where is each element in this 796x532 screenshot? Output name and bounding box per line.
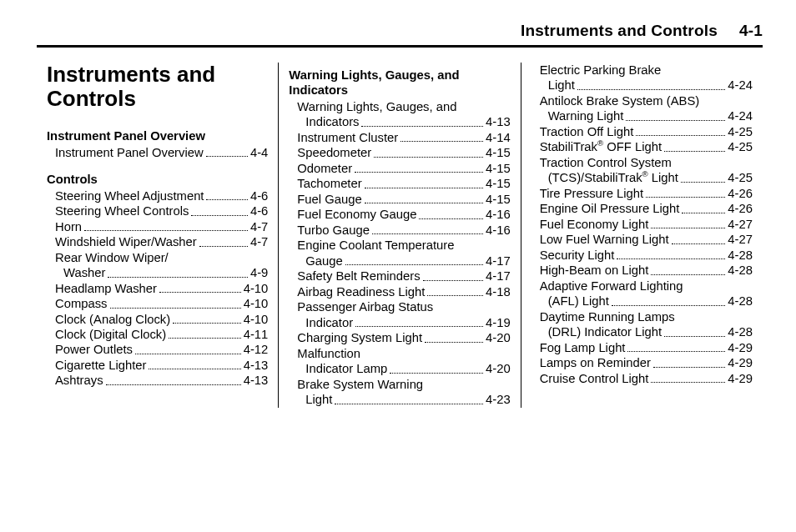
- toc-leader-dots: [135, 344, 241, 354]
- toc-leader-dots: [335, 394, 483, 404]
- header-chapter-title: Instruments and Controls: [521, 22, 718, 40]
- toc-entry-page: 4-28: [728, 294, 753, 309]
- toc-entry: (DRL) Indicator Light4-28: [532, 324, 753, 339]
- toc-entry-label: Cigarette Lighter: [47, 358, 146, 373]
- toc-leader-dots: [173, 313, 241, 324]
- toc-entry: Engine Oil Pressure Light4-26: [532, 201, 753, 216]
- toc-entry-label: Fuel Economy Light: [532, 217, 649, 232]
- toc-leader-dots: [577, 79, 726, 90]
- toc-leader-dots: [206, 189, 247, 200]
- toc-entry-page: 4-23: [486, 392, 511, 407]
- toc-entry-label: Fog Lamp Light: [532, 340, 626, 355]
- toc-entry-label: Malfunction: [289, 346, 510, 361]
- toc-entry-label: Electric Parking Brake: [532, 63, 753, 78]
- toc-entry-page: 4-20: [486, 330, 511, 345]
- toc-entry-page: 4-15: [486, 192, 511, 207]
- toc-entry-label: Passenger Airbag Status: [289, 299, 510, 314]
- toc-entry: Safety Belt Reminders4-17: [289, 269, 510, 284]
- toc-entry-page: 4-25: [728, 170, 753, 185]
- toc-leader-dots: [374, 147, 483, 158]
- toc-entry: Turbo Gauge4-16: [289, 223, 510, 238]
- toc-entry-label: Turbo Gauge: [289, 223, 370, 238]
- toc-entry-page: 4-13: [244, 373, 269, 388]
- toc-entry-page: 4-27: [728, 217, 753, 232]
- toc-entry: Indicator Lamp4-20: [289, 361, 510, 376]
- toc-entry-label: Washer: [47, 265, 105, 280]
- toc-entry-page: 4-27: [728, 232, 753, 247]
- toc-leader-dots: [672, 233, 726, 244]
- toc-entry-label: Antilock Brake System (ABS): [532, 93, 753, 108]
- toc-entry-page: 4-15: [486, 176, 511, 191]
- toc-entry-page: 4-6: [250, 188, 268, 203]
- toc-entry-label: Steering Wheel Adjustment: [47, 188, 204, 203]
- toc-entry-page: 4-24: [728, 108, 753, 123]
- toc-entry-label: Fuel Economy Gauge: [289, 207, 416, 222]
- toc-entry-label: Clock (Analog Clock): [47, 312, 170, 327]
- toc-entry-label: Clock (Digital Clock): [47, 327, 166, 342]
- toc-entry: Clock (Digital Clock)4-11: [47, 327, 268, 342]
- toc-section-head: Controls: [47, 172, 268, 187]
- toc-entry-page: 4-24: [728, 78, 753, 93]
- chapter-title: Instruments and Controls: [47, 63, 268, 110]
- toc-entry-page: 4-13: [486, 114, 511, 129]
- toc-column-3: Electric Parking BrakeLight4-24Antilock …: [521, 63, 763, 408]
- toc-entry: Light4-24: [532, 78, 753, 93]
- toc-entry: Steering Wheel Controls4-6: [47, 203, 268, 218]
- toc-leader-dots: [651, 218, 725, 229]
- toc-entry-label: Gauge: [289, 253, 342, 269]
- toc-entry-page: 4-7: [250, 234, 268, 249]
- toc-entry-page: 4-19: [486, 315, 511, 330]
- toc-entry: Steering Wheel Adjustment4-6: [47, 188, 268, 203]
- toc-entry-label: Light: [289, 392, 332, 407]
- toc-column-1: Instruments and Controls Instrument Pane…: [37, 63, 278, 408]
- toc-entry: Instrument Cluster4-14: [289, 130, 510, 145]
- toc-entry-label: Engine Oil Pressure Light: [532, 201, 680, 216]
- toc-entry: Indicators4-13: [289, 114, 510, 129]
- toc-entry-label: Safety Belt Reminders: [289, 269, 420, 284]
- toc-entry: Fuel Gauge4-15: [289, 192, 510, 207]
- toc-entry-label: Traction Control System: [532, 155, 753, 170]
- toc-section-head: Instrument Panel Overview: [47, 128, 268, 143]
- toc-entry-label: Instrument Panel Overview: [47, 145, 204, 160]
- toc-leader-dots: [401, 132, 483, 143]
- toc-leader-dots: [423, 270, 483, 281]
- toc-entry-page: 4-28: [728, 324, 753, 339]
- toc-leader-dots: [355, 163, 483, 173]
- toc-leader-dots: [106, 374, 241, 385]
- toc-entry: Warning Light4-24: [532, 108, 753, 123]
- toc-entry-label: Cruise Control Light: [532, 371, 649, 386]
- toc-entry-page: 4-6: [250, 203, 268, 218]
- toc-entry: High-Beam on Light4-28: [532, 263, 753, 278]
- toc-entry-page: 4-16: [486, 223, 511, 238]
- toc-entry-page: 4-16: [486, 207, 511, 222]
- toc-leader-dots: [110, 298, 241, 309]
- toc-leader-dots: [355, 316, 483, 327]
- toc-entry-label: (AFL) Light: [532, 294, 609, 309]
- toc-entry-label: Adaptive Forward Lighting: [532, 279, 753, 294]
- toc-entry-label: Airbag Readiness Light: [289, 284, 425, 299]
- toc-entry-page: 4-10: [244, 281, 269, 296]
- toc-leader-dots: [365, 193, 483, 204]
- toc-entry: Security Light4-28: [532, 248, 753, 263]
- toc-entry-page: 4-11: [244, 327, 269, 342]
- toc-entry-page: 4-14: [486, 130, 511, 145]
- toc-leader-dots: [206, 146, 248, 157]
- toc-entry-page: 4-25: [728, 124, 753, 139]
- toc-entry: Fuel Economy Gauge4-16: [289, 207, 510, 222]
- toc-entry: Low Fuel Warning Light4-27: [532, 232, 753, 247]
- toc-entry: Horn4-7: [47, 219, 268, 234]
- toc-leader-dots: [626, 110, 725, 121]
- toc-gap: [47, 160, 268, 167]
- toc-entry-label: Compass: [47, 296, 108, 311]
- toc-entry: Light4-23: [289, 392, 510, 407]
- toc-entry: Cigarette Lighter4-13: [47, 358, 268, 373]
- toc-entry-page: 4-28: [728, 248, 753, 263]
- toc-leader-dots: [627, 341, 725, 352]
- toc-entry-label: Daytime Running Lamps: [532, 309, 753, 324]
- toc-entry: Indicator4-19: [289, 315, 510, 330]
- toc-entry: Lamps on Reminder4-29: [532, 355, 753, 370]
- toc-leader-dots: [653, 357, 725, 368]
- toc-entry-label: Indicator Lamp: [289, 361, 387, 376]
- toc-entry-label: Engine Coolant Temperature: [289, 238, 510, 253]
- toc-entry-page: 4-15: [486, 145, 511, 160]
